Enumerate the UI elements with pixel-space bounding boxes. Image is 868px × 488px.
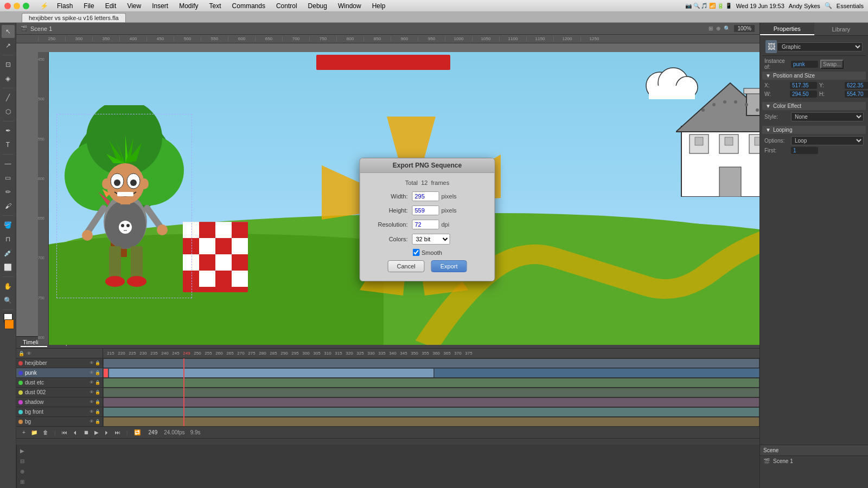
layer-punk[interactable]: punk 👁 🔒: [16, 368, 103, 378]
ruler-tick: 300: [65, 36, 92, 41]
layer-hexjibber[interactable]: hexjibber 👁 🔒: [16, 358, 103, 368]
track-shadow: [103, 397, 760, 407]
pencil-tool[interactable]: ✏: [2, 185, 15, 198]
width-input[interactable]: [412, 191, 439, 201]
timeline-area: Timeline Output + − 🔒 👁: [16, 336, 760, 445]
resolution-input[interactable]: [412, 220, 439, 229]
fit-icon[interactable]: ⊞: [709, 25, 713, 31]
step-back[interactable]: ⏴: [71, 429, 80, 436]
gradient-tool[interactable]: ◈: [2, 72, 15, 85]
play-button[interactable]: ▶: [93, 429, 100, 436]
menu-debug[interactable]: Debug: [306, 2, 329, 10]
panel-icon2[interactable]: ⊟: [19, 457, 25, 465]
svg-rect-59: [183, 222, 199, 238]
svg-rect-52: [109, 246, 121, 279]
loop-options-select[interactable]: Loop: [791, 136, 864, 145]
hand-tool[interactable]: ✋: [2, 280, 15, 293]
menu-view[interactable]: View: [125, 2, 143, 10]
swap-button[interactable]: Swap...: [820, 60, 844, 69]
menu-window[interactable]: Window: [336, 2, 363, 10]
export-png-dialog[interactable]: Export PNG Sequence Total 12 frames Widt…: [360, 158, 495, 281]
layer-shadow[interactable]: shadow 👁 🔒: [16, 397, 103, 407]
step-forward[interactable]: ⏵: [103, 429, 111, 436]
delete-layer-ctrl[interactable]: 🗑: [41, 429, 50, 436]
svg-point-50: [82, 230, 93, 241]
stop-button[interactable]: ⏹: [82, 429, 91, 436]
add-layer-ctrl[interactable]: +: [21, 429, 27, 436]
ruler-tick: 1250: [580, 36, 608, 41]
panel-icon3[interactable]: ⊕: [19, 467, 25, 476]
symbol-type-select[interactable]: Graphic: [777, 42, 863, 52]
document-tab[interactable]: hexjibber vs spike-u v16 letters.fla: [22, 13, 126, 22]
color-style-select[interactable]: None: [791, 112, 864, 121]
svg-rect-15: [695, 137, 703, 145]
zoom-level[interactable]: 100%: [733, 24, 755, 33]
zoom-icon[interactable]: 🔍: [724, 25, 730, 31]
height-input[interactable]: [412, 206, 439, 215]
timeline-content: 🔒 👁 hexjibber 👁 🔒: [16, 349, 760, 426]
maximize-button[interactable]: [23, 3, 29, 9]
goto-end[interactable]: ⏭: [113, 429, 122, 436]
layer-dust-etc[interactable]: dust etc 👁 🔒: [16, 378, 103, 388]
color-effect-header[interactable]: ▼ Color Effect: [762, 102, 866, 110]
menu-control[interactable]: Control: [274, 2, 299, 10]
eyedropper-tool[interactable]: 💉: [2, 247, 15, 260]
traffic-lights[interactable]: [4, 3, 29, 9]
eraser-tool[interactable]: ⬜: [2, 261, 15, 274]
snap-icon[interactable]: ⊕: [716, 25, 720, 31]
looping-header[interactable]: ▼ Looping: [762, 126, 866, 134]
ink-tool[interactable]: 🪣: [2, 219, 15, 232]
colors-select[interactable]: 8 bit 24 bit 32 bit: [412, 234, 450, 245]
free-transform-tool[interactable]: ⊡: [2, 58, 15, 71]
ruler-tick: 250: [38, 36, 65, 41]
select-tool[interactable]: ↖: [2, 25, 15, 38]
scene-item[interactable]: 🎬 Scene 1: [760, 456, 868, 466]
timeline-scrollbar[interactable]: [16, 438, 760, 445]
add-folder-ctrl[interactable]: 📁: [29, 429, 39, 436]
export-button[interactable]: Export: [431, 260, 467, 272]
fill-color[interactable]: [4, 319, 14, 329]
tab-library[interactable]: Library: [814, 23, 869, 35]
menu-help[interactable]: Help: [370, 2, 388, 10]
close-button[interactable]: [4, 3, 11, 9]
text-tool[interactable]: T: [2, 138, 15, 151]
cancel-button[interactable]: Cancel: [387, 260, 424, 272]
loop-button[interactable]: 🔁: [132, 429, 142, 436]
graphic-type-area: 🖼 Graphic: [762, 38, 866, 56]
menu-commands[interactable]: Commands: [230, 2, 267, 10]
zoom-tool[interactable]: 🔍: [2, 294, 15, 307]
paint-bucket-tool[interactable]: ⊓: [2, 233, 15, 246]
instance-of-row: Instance of: punk Swap...: [762, 58, 866, 70]
menu-edit[interactable]: Edit: [103, 2, 119, 10]
svg-rect-71: [183, 271, 199, 287]
frames-panel[interactable]: 215 220 225 230 235 240 245 249 250 255 …: [103, 349, 760, 426]
menu-flash[interactable]: Flash: [55, 2, 75, 10]
panel-icon4[interactable]: ⊞: [19, 478, 25, 486]
position-size-header[interactable]: ▼ Position and Size: [762, 72, 866, 80]
collapse-icon[interactable]: ▶: [19, 447, 25, 455]
menu-modify[interactable]: Modify: [177, 2, 200, 10]
frame-numbers-header: 215 220 225 230 235 240 245 249 250 255 …: [103, 349, 760, 358]
menu-file[interactable]: File: [81, 2, 96, 10]
goto-start[interactable]: ⏮: [60, 429, 69, 436]
pen-tool[interactable]: ✒: [2, 124, 15, 137]
menu-insert[interactable]: Insert: [150, 2, 170, 10]
lasso-tool[interactable]: ⬡: [2, 105, 15, 118]
layer-bgfront[interactable]: bg front 👁 🔒: [16, 407, 103, 417]
search-icon[interactable]: 🔍: [825, 2, 832, 9]
svg-rect-61: [215, 222, 232, 238]
tab-properties[interactable]: Properties: [760, 23, 814, 35]
track-dust002: [103, 388, 760, 397]
minimize-button[interactable]: [14, 3, 20, 9]
line-tool[interactable]: ╱: [2, 91, 15, 104]
smooth-checkbox[interactable]: [412, 249, 419, 256]
subselect-tool[interactable]: ↗: [2, 39, 15, 52]
rect-tool[interactable]: ▭: [2, 171, 15, 184]
layer-dust002[interactable]: dust 002 👁 🔒: [16, 388, 103, 397]
brush-tool[interactable]: 🖌: [2, 200, 15, 213]
menu-text[interactable]: Text: [207, 2, 224, 10]
essentials-button[interactable]: Essentials: [837, 3, 864, 9]
line-draw-tool[interactable]: —: [2, 157, 15, 170]
svg-rect-69: [215, 254, 232, 271]
layer-bg[interactable]: bg 👁 🔒: [16, 417, 103, 426]
